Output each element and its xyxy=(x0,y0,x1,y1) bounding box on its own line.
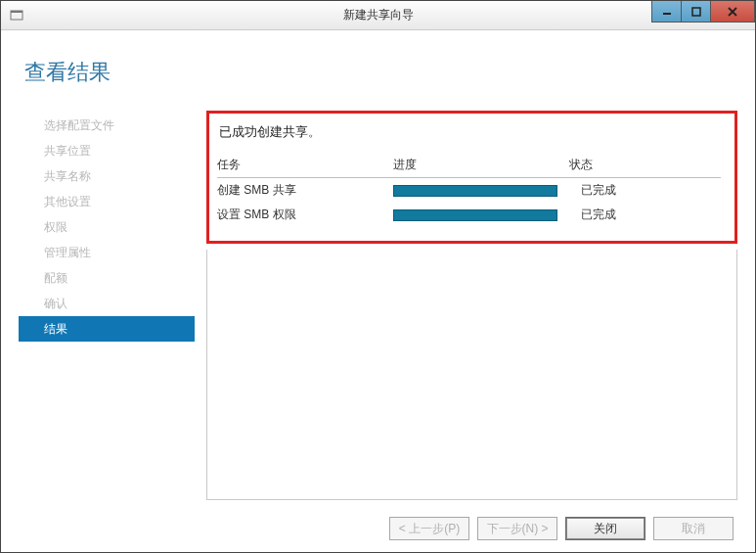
sidebar-item-other-settings: 其他设置 xyxy=(19,189,195,214)
next-button: 下一步(N) > xyxy=(477,517,557,540)
sidebar-item-confirm: 确认 xyxy=(19,291,195,316)
sidebar-item-share-location: 共享位置 xyxy=(19,138,195,163)
sidebar-item-permissions: 权限 xyxy=(19,214,195,240)
wizard-content: 查看结果 选择配置文件 共享位置 共享名称 其他设置 权限 管理属性 配额 确认… xyxy=(1,30,755,552)
main-pane: 已成功创建共享。 任务 进度 状态 创建 SMB 共享 已完成 设置 SMB 权… xyxy=(206,111,737,489)
task-name: 创建 SMB 共享 xyxy=(217,182,393,199)
svg-rect-1 xyxy=(11,11,22,13)
maximize-button[interactable] xyxy=(681,1,710,23)
sidebar-item-quota: 配额 xyxy=(19,265,195,291)
results-highlight: 已成功创建共享。 任务 进度 状态 创建 SMB 共享 已完成 设置 SMB 权… xyxy=(206,111,737,244)
result-message: 已成功创建共享。 xyxy=(219,123,721,141)
wizard-sidebar: 选择配置文件 共享位置 共享名称 其他设置 权限 管理属性 配额 确认 结果 xyxy=(19,111,195,489)
sidebar-item-management-props: 管理属性 xyxy=(19,240,195,265)
table-row: 创建 SMB 共享 已完成 xyxy=(217,178,721,203)
app-icon xyxy=(9,8,24,23)
table-row: 设置 SMB 权限 已完成 xyxy=(217,203,721,227)
col-header-progress: 进度 xyxy=(393,157,569,173)
svg-rect-2 xyxy=(663,13,671,15)
titlebar: 新建共享向导 xyxy=(1,1,755,30)
task-table-header: 任务 进度 状态 xyxy=(217,155,721,178)
wizard-buttons: < 上一步(P) 下一步(N) > 关闭 取消 xyxy=(389,517,734,540)
progress-bar xyxy=(393,209,557,221)
window-controls xyxy=(651,1,755,23)
col-header-task: 任务 xyxy=(217,157,393,173)
sidebar-item-results[interactable]: 结果 xyxy=(19,316,195,342)
cancel-button: 取消 xyxy=(653,517,734,540)
page-title: 查看结果 xyxy=(24,58,737,87)
close-button[interactable]: 关闭 xyxy=(565,517,645,540)
sidebar-item-share-name: 共享名称 xyxy=(19,163,195,189)
previous-button: < 上一步(P) xyxy=(389,517,469,540)
close-window-button[interactable] xyxy=(710,1,755,23)
svg-rect-3 xyxy=(692,8,700,16)
task-status: 已完成 xyxy=(569,182,721,199)
results-empty-area xyxy=(206,250,737,500)
progress-bar xyxy=(393,185,557,197)
col-header-status: 状态 xyxy=(569,157,721,173)
window-title: 新建共享向导 xyxy=(1,7,755,23)
task-status: 已完成 xyxy=(569,207,721,223)
sidebar-item-select-profile: 选择配置文件 xyxy=(19,113,195,138)
minimize-button[interactable] xyxy=(651,1,681,23)
task-name: 设置 SMB 权限 xyxy=(217,207,393,223)
